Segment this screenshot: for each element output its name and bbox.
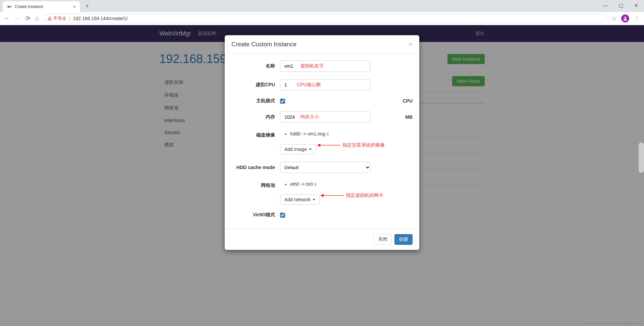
favicon-icon xyxy=(7,4,12,9)
close-button[interactable]: 关闭 xyxy=(374,234,392,245)
insecure-warning: 不安全 xyxy=(47,15,66,21)
browser-chrome: Create Instance × + — ▢ ✕ ← → ⟳ ⌂ 不安全 | … xyxy=(0,0,644,25)
create-instance-modal: Create Custom Instance × 名称 虚拟机名字 虚拟CPU … xyxy=(225,35,419,250)
close-window-icon[interactable]: ✕ xyxy=(629,0,644,11)
forward-icon[interactable]: → xyxy=(15,15,21,22)
svg-marker-6 xyxy=(320,194,324,197)
vcpu-input[interactable] xyxy=(280,79,371,91)
scrollbar[interactable] xyxy=(639,143,644,173)
label-vcpu: 虚拟CPU xyxy=(231,82,280,88)
tab-close-icon[interactable]: × xyxy=(73,4,76,9)
create-button[interactable]: 创建 xyxy=(394,234,413,245)
tab-title: Create Instance xyxy=(15,4,70,9)
svg-point-1 xyxy=(9,6,11,8)
modal-title: Create Custom Instance xyxy=(231,41,297,48)
url-text: 192.168.159.144/create/1/ xyxy=(73,16,128,21)
name-input[interactable] xyxy=(280,60,371,72)
minimize-icon[interactable]: — xyxy=(598,0,613,11)
svg-marker-4 xyxy=(317,144,320,147)
home-icon[interactable]: ⌂ xyxy=(35,15,39,22)
bookmark-icon[interactable]: ☆ xyxy=(612,15,616,22)
label-memory: 内存 xyxy=(231,114,280,120)
label-net-pool: 网络池 xyxy=(231,180,280,188)
host-mode-checkbox[interactable] xyxy=(280,99,285,104)
caret-down-icon xyxy=(309,149,312,150)
browser-tab[interactable]: Create Instance × xyxy=(3,1,80,12)
remove-disk-icon[interactable]: x xyxy=(327,131,329,137)
address-bar: ← → ⟳ ⌂ 不安全 | 192.168.159.144/create/1/ … xyxy=(0,12,644,25)
remove-net-icon[interactable]: x xyxy=(314,181,317,187)
disk-item: hdd0 -> vm1.img x xyxy=(290,130,329,138)
label-name: 名称 xyxy=(231,63,280,69)
hdd-cache-select[interactable]: Default xyxy=(280,162,371,173)
virtio-checkbox[interactable] xyxy=(280,213,285,218)
add-image-button[interactable]: Add image xyxy=(280,144,316,154)
modal-close-icon[interactable]: × xyxy=(409,40,413,48)
annot-net: 指定虚拟机的网卡 xyxy=(320,193,383,199)
label-virtio: VirtIO模式 xyxy=(231,212,280,218)
cpu-suffix: CPU xyxy=(402,98,413,104)
net-item: eth0 -> br0 x xyxy=(290,180,317,188)
svg-point-0 xyxy=(7,6,9,8)
maximize-icon[interactable]: ▢ xyxy=(613,0,629,11)
add-network-button[interactable]: Add network xyxy=(280,195,320,205)
mb-suffix: MB xyxy=(405,114,413,120)
watermark-url: https://blog.csdn.net/DragonYea xyxy=(585,321,642,326)
profile-avatar[interactable] xyxy=(621,14,629,22)
tab-bar: Create Instance × + — ▢ ✕ xyxy=(0,0,644,12)
label-host-mode: 主机模式 xyxy=(231,98,280,104)
menu-icon[interactable]: ⋮ xyxy=(634,15,640,22)
svg-point-2 xyxy=(624,17,626,18)
new-tab-button[interactable]: + xyxy=(83,3,92,10)
back-icon[interactable]: ← xyxy=(4,15,10,22)
caret-down-icon xyxy=(313,199,315,200)
url-box[interactable]: 不安全 | 192.168.159.144/create/1/ xyxy=(44,14,607,23)
memory-input[interactable] xyxy=(280,111,371,123)
label-hdd-cache: HDD cache mode xyxy=(231,165,280,170)
annot-image: 指定安装系统的镜像 xyxy=(317,142,385,148)
reload-icon[interactable]: ⟳ xyxy=(25,15,31,22)
label-disk: 磁盘镜像 xyxy=(231,130,280,138)
